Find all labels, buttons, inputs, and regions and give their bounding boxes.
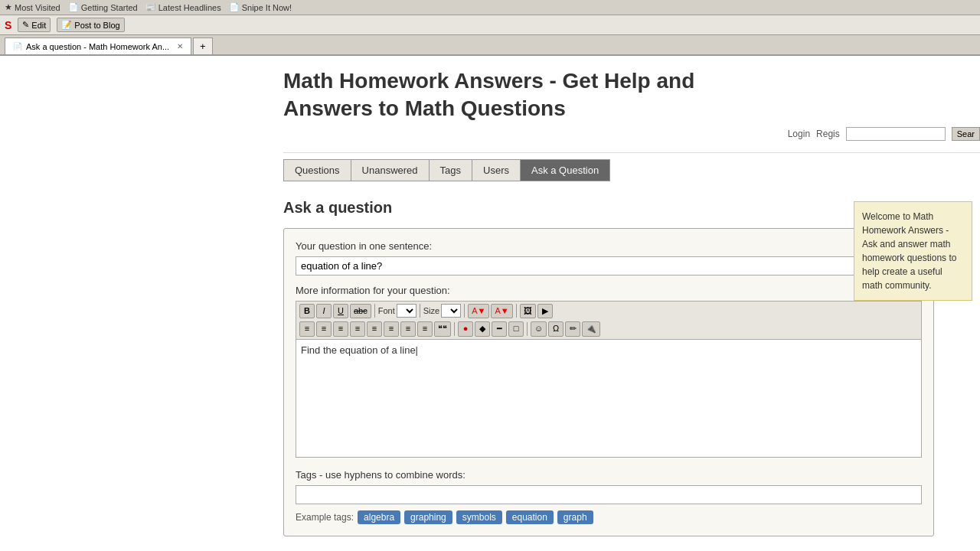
nav-tags[interactable]: Tags <box>429 159 472 181</box>
new-tab-button[interactable]: + <box>193 37 213 54</box>
register-link[interactable]: Regis <box>816 129 840 139</box>
highlight-button[interactable]: A▼ <box>491 304 512 318</box>
editor-area[interactable]: Find the equation of a line <box>296 339 922 458</box>
toolbar-row-2: ≡ ≡ ≡ ≡ ≡ ≡ ≡ ≡ ❝❝ ● ◆ ━ □ ☺ Ω <box>299 321 918 336</box>
nav-unanswered[interactable]: Unanswered <box>351 159 429 181</box>
emoji-button[interactable]: ☺ <box>531 321 547 336</box>
indent-button[interactable]: ≡ <box>417 321 433 336</box>
tags-input[interactable] <box>296 485 922 504</box>
tag-symbols[interactable]: symbols <box>456 510 502 524</box>
nav-ask-question[interactable]: Ask a Question <box>520 159 610 181</box>
ordered-list-button[interactable]: ≡ <box>367 321 382 336</box>
search-button[interactable]: Sear <box>952 127 980 141</box>
blog-icon: 📝 <box>61 20 72 30</box>
tags-section: Tags - use hyphens to combine words: Exa… <box>296 469 922 524</box>
font-label: Font <box>378 306 395 315</box>
site-title: Math Homework Answers - Get Help and Ans… <box>283 67 911 123</box>
underline-button[interactable]: U <box>333 304 348 318</box>
font-select[interactable] <box>397 304 416 318</box>
main-content: Ask a question Your question in one sent… <box>283 187 934 548</box>
toolbar-sep-1 <box>374 304 375 318</box>
media-button[interactable]: ▶ <box>537 304 553 318</box>
edit-icon: ✎ <box>22 20 29 30</box>
left-sidebar <box>0 56 283 548</box>
nav-users[interactable]: Users <box>472 159 520 181</box>
tag-graphing[interactable]: graphing <box>404 510 452 524</box>
browser-logo: S <box>5 19 11 31</box>
post-to-blog-button[interactable]: 📝 Post to Blog <box>57 18 124 32</box>
nav-questions[interactable]: Questions <box>283 159 351 181</box>
blockquote-button[interactable]: ❝❝ <box>434 321 451 336</box>
tags-label: Tags - use hyphens to combine words: <box>296 469 922 481</box>
image-button[interactable]: 🖼 <box>520 304 536 318</box>
welcome-box: Welcome to Math Homework Answers - Ask a… <box>854 201 972 301</box>
ask-form: Your question in one sentence: More info… <box>283 228 934 536</box>
cursor <box>416 344 418 356</box>
shape-button[interactable]: ◆ <box>475 321 490 336</box>
page-wrapper: Math Homework Answers - Get Help and Ans… <box>0 56 980 548</box>
editor-toolbar: B I U abc Font Size A▼ A▼ <box>296 301 922 339</box>
nav-bar: Questions Unanswered Tags Users Ask a Qu… <box>283 153 980 187</box>
star-icon: ★ <box>5 2 12 12</box>
toolbar-sep-3 <box>464 304 465 318</box>
more-info-label: More information for your question: <box>296 285 922 296</box>
site-header: Math Homework Answers - Get Help and Ans… <box>283 56 980 153</box>
toolbar-sep-6 <box>527 322 528 336</box>
tab-close-button[interactable]: ✕ <box>177 42 183 51</box>
strikethrough-button[interactable]: abc <box>350 304 371 318</box>
align-justify-button[interactable]: ≡ <box>350 321 365 336</box>
align-right-button[interactable]: ≡ <box>333 321 348 336</box>
latest-headlines[interactable]: 📰 Latest Headlines <box>145 2 221 12</box>
page-title: Ask a question <box>283 199 934 217</box>
draw-button[interactable]: ✏ <box>565 321 580 336</box>
bold-button[interactable]: B <box>299 304 315 318</box>
hr-button[interactable]: ━ <box>492 321 507 336</box>
browser-toolbar: S ✎ Edit 📝 Post to Blog <box>0 15 980 35</box>
header-actions: Login Regis Sear <box>283 123 980 145</box>
tag-equation[interactable]: equation <box>506 510 554 524</box>
box-button[interactable]: □ <box>508 321 524 336</box>
example-tags-label: Example tags: <box>296 512 354 523</box>
tag-algebra[interactable]: algebra <box>358 510 400 524</box>
most-visited[interactable]: ★ Most Visited <box>5 2 60 12</box>
plugin-button[interactable]: 🔌 <box>582 321 600 336</box>
getting-started[interactable]: 📄 Getting Started <box>68 2 138 12</box>
toolbar-sep-2 <box>420 304 420 318</box>
special-char-button[interactable]: Ω <box>548 321 564 336</box>
page-icon: 📄 <box>68 2 79 12</box>
active-tab[interactable]: 📄 Ask a question - Math Homework An... ✕ <box>5 37 191 54</box>
toolbar-sep-5 <box>454 322 455 336</box>
size-select[interactable] <box>441 304 461 318</box>
edit-button[interactable]: ✎ Edit <box>18 18 51 32</box>
unordered-list-button[interactable]: ≡ <box>384 321 399 336</box>
align-center-button[interactable]: ≡ <box>316 321 332 336</box>
question-input[interactable] <box>296 256 922 276</box>
outdent-button[interactable]: ≡ <box>400 321 416 336</box>
circle-button[interactable]: ● <box>458 321 473 336</box>
editor-content: Find the equation of a line <box>301 344 416 356</box>
page-icon2: 📄 <box>229 2 240 12</box>
tab-page-icon: 📄 <box>13 42 22 51</box>
font-color-button[interactable]: A▼ <box>468 304 489 318</box>
question-label: Your question in one sentence: <box>296 240 922 252</box>
align-left-button[interactable]: ≡ <box>299 321 315 336</box>
italic-button[interactable]: I <box>316 304 332 318</box>
toolbar-row-1: B I U abc Font Size A▼ A▼ <box>299 304 918 318</box>
size-label: Size <box>423 306 439 315</box>
login-link[interactable]: Login <box>788 129 810 139</box>
example-tags-row: Example tags: algebra graphing symbols e… <box>296 510 922 524</box>
toolbar-sep-4 <box>516 304 517 318</box>
tab-bar: 📄 Ask a question - Math Homework An... ✕… <box>0 35 980 56</box>
news-icon: 📰 <box>145 2 156 12</box>
bookmarks-bar: ★ Most Visited 📄 Getting Started 📰 Lates… <box>0 0 980 15</box>
snipe-it[interactable]: 📄 Snipe It Now! <box>229 2 292 12</box>
search-input[interactable] <box>846 127 946 141</box>
tag-graph[interactable]: graph <box>557 510 593 524</box>
welcome-text: Welcome to Math Homework Answers - Ask a… <box>862 211 956 291</box>
